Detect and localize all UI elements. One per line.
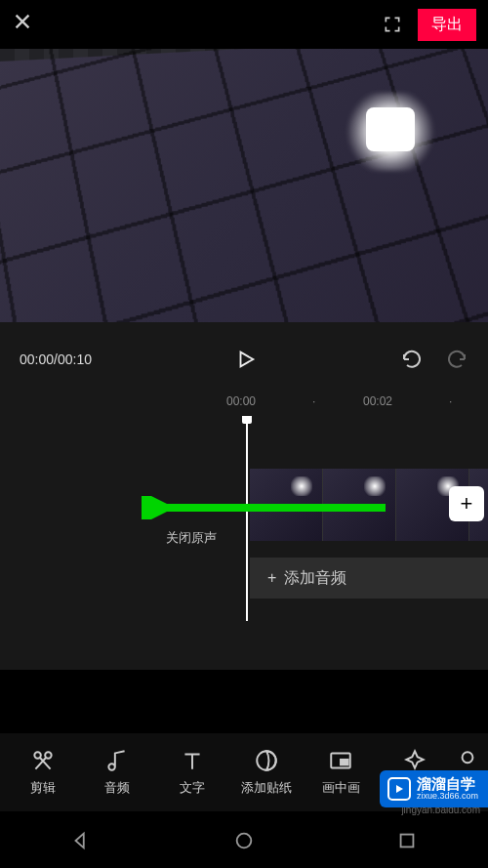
time-ruler[interactable]: 00:00 · 00:02 · (0, 391, 488, 416)
plus-icon: + (267, 569, 276, 587)
header-actions: 导出 (383, 9, 476, 41)
tool-sticker[interactable]: 添加贴纸 (229, 748, 304, 797)
android-nav-bar (0, 817, 488, 868)
tool-pip[interactable]: 画中画 (304, 748, 378, 797)
nav-home-icon[interactable] (233, 830, 255, 855)
watermark-text: 溜溜自学 zixue.3d66.com (417, 776, 478, 802)
mute-original-audio-label[interactable]: 关闭原声 (166, 529, 217, 547)
ruler-dot: · (449, 394, 452, 408)
play-button[interactable] (235, 347, 257, 372)
add-audio-button[interactable]: + 添加音频 (250, 558, 488, 599)
ruler-mark: 00:00 (226, 394, 256, 408)
ruler-mark: 00:02 (363, 394, 392, 408)
total-time: 00:10 (58, 351, 92, 367)
video-preview[interactable] (0, 49, 488, 322)
timeline[interactable]: 关闭原声 + + 添加音频 (0, 416, 488, 670)
watermark-brand: 溜溜自学 (417, 776, 478, 793)
ruler-dot: · (312, 394, 315, 408)
current-time: 00:00 (20, 351, 54, 367)
preview-frame (0, 49, 488, 322)
tool-label: 剪辑 (30, 779, 56, 797)
add-clip-button[interactable]: + (449, 486, 484, 521)
tool-label: 音频 (104, 779, 130, 797)
annotation-arrow (142, 496, 395, 519)
tool-audio[interactable]: 音频 (80, 748, 154, 797)
tool-edit[interactable]: 剪辑 (6, 748, 80, 797)
history-controls (400, 346, 468, 373)
svg-rect-5 (341, 760, 348, 765)
header: 导出 (0, 0, 488, 49)
fullscreen-icon[interactable] (383, 15, 402, 34)
nav-back-icon[interactable] (70, 830, 92, 855)
tool-label: 画中画 (322, 779, 360, 797)
nav-recent-icon[interactable] (396, 830, 418, 855)
close-icon[interactable] (12, 11, 33, 38)
watermark-badge: 溜溜自学 zixue.3d66.com (380, 770, 488, 807)
add-audio-label: 添加音频 (284, 568, 346, 589)
timecode: 00:00/00:10 (20, 351, 92, 367)
watermark-url: zixue.3d66.com (417, 792, 478, 802)
tool-text[interactable]: 文字 (155, 748, 229, 797)
tool-label: 添加贴纸 (241, 779, 292, 797)
svg-point-7 (237, 834, 252, 848)
svg-rect-8 (400, 835, 413, 847)
export-button[interactable]: 导出 (418, 9, 476, 41)
preview-light (366, 107, 415, 151)
redo-icon[interactable] (445, 346, 468, 373)
watermark-play-icon (387, 777, 411, 801)
tool-label: 文字 (180, 779, 205, 797)
undo-icon[interactable] (400, 346, 424, 373)
svg-point-6 (462, 752, 472, 763)
playback-controls: 00:00/00:10 (0, 322, 488, 391)
